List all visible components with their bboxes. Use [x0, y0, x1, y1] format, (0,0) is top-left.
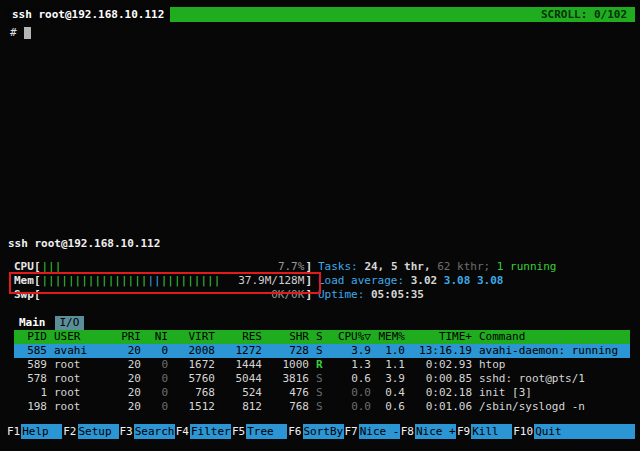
cell-shr: 3816 [269, 372, 309, 386]
fkey-key: F3 [119, 425, 134, 439]
col-user[interactable]: USER [54, 330, 114, 344]
fkey-filter[interactable]: F4Filter [175, 424, 231, 439]
load-15min: 3.08 [477, 274, 504, 287]
load-average-line: Load average: 3.02 3.08 3.08 [318, 274, 503, 288]
fkey-kill[interactable]: F9Kill [456, 424, 512, 439]
cell-virt: 5760 [175, 372, 215, 386]
prompt-line: # [6, 22, 635, 40]
fkey-nice-plus[interactable]: F8Nice + [400, 424, 456, 439]
table-row[interactable]: 198 root 20 0 1512 812 768 S 0.0 0.6 0:0… [14, 400, 630, 414]
cell-pid: 198 [14, 400, 47, 414]
cell-shr: 1000 [269, 358, 309, 372]
cell-command: init [3] [479, 386, 630, 400]
cpu-meter-value: 7.7% [278, 260, 305, 274]
col-pri[interactable]: PRI [121, 330, 141, 344]
fkey-key: F10 [512, 425, 534, 439]
cpu-meter: CPU[|||7.7%] [14, 260, 312, 274]
cell-time: 0:02.18 [412, 386, 472, 400]
fkey-label: Nice + [415, 424, 456, 439]
cell-command: /sbin/syslogd -n [479, 400, 630, 414]
top-terminal-pane[interactable]: # [6, 22, 635, 232]
fkey-key: F2 [62, 425, 77, 439]
htop-panel: CPU[|||7.7%] Tasks: 24, 5 thr, 62 kthr; … [14, 260, 630, 414]
bottom-pane-title: ssh root@192.168.10.112 [8, 237, 160, 251]
cell-shr: 476 [269, 386, 309, 400]
table-row[interactable]: 589 root 20 0 1672 1444 1000 R 1.3 1.1 0… [14, 358, 630, 372]
table-row[interactable]: 1 root 20 0 768 524 476 S 0.0 0.4 0:02.1… [14, 386, 630, 400]
fkey-tree[interactable]: F5Tree [231, 424, 287, 439]
fkey-sortby[interactable]: F6SortBy [287, 424, 343, 439]
tab-io[interactable]: I/O [55, 316, 85, 330]
tasks-line: Tasks: 24, 5 thr, 62 kthr; 1 running [318, 260, 556, 274]
fkey-quit[interactable]: F10Quit [512, 424, 635, 439]
cell-res: 5044 [222, 372, 262, 386]
tasks-label: Tasks: [318, 260, 358, 273]
table-row[interactable]: 578 root 20 0 5760 5044 3816 S 0.6 3.9 0… [14, 372, 630, 386]
fkey-nice-minus[interactable]: F7Nice - [344, 424, 400, 439]
fkey-key: F5 [231, 425, 246, 439]
cell-user: root [54, 372, 114, 386]
table-row-selected[interactable]: 585 avahi 20 0 2008 1272 728 S 3.9 1.0 1… [14, 344, 630, 358]
col-cpu-sort[interactable]: CPU%▽ [331, 330, 371, 344]
top-pane-title: ssh root@192.168.10.112 [6, 7, 170, 22]
cell-mem: 1.1 [378, 358, 405, 372]
mem-meter-value: 37.9M/128M [238, 274, 304, 288]
fkey-label: SortBy [303, 424, 344, 439]
cell-cpu: 0.0 [331, 386, 371, 400]
swap-meter-value: 0K/0K [271, 288, 304, 302]
cell-shr: 728 [269, 344, 309, 358]
tasks-threads: 5 thr, [391, 260, 431, 273]
col-res[interactable]: RES [222, 330, 262, 344]
load-average-label: Load average: [318, 274, 404, 287]
cell-res: 524 [222, 386, 262, 400]
mem-meter-bars-buffers: || [147, 274, 160, 287]
cell-pri: 20 [121, 358, 141, 372]
cell-mem: 0.4 [378, 386, 405, 400]
bracket-close: ] [305, 274, 312, 288]
fkey-key: F8 [400, 425, 415, 439]
fkey-help[interactable]: F1Help [6, 424, 62, 439]
cell-user: avahi [54, 344, 114, 358]
col-virt[interactable]: VIRT [175, 330, 215, 344]
cell-command: avahi-daemon: running [479, 344, 630, 358]
col-pid[interactable]: PID [14, 330, 47, 344]
cell-cpu: 0.6 [331, 372, 371, 386]
cell-time: 13:16.19 [412, 344, 472, 358]
function-key-bar: F1Help F2Setup F3Search F4Filter F5Tree … [6, 424, 635, 439]
cell-cpu: 1.3 [331, 358, 371, 372]
cell-pri: 20 [121, 386, 141, 400]
col-time[interactable]: TIME+ [412, 330, 472, 344]
cell-ni: 0 [148, 344, 168, 358]
cell-ni: 0 [148, 400, 168, 414]
cell-virt: 768 [175, 386, 215, 400]
fkey-label: Tree [246, 424, 287, 439]
fkey-label: Search [134, 424, 175, 439]
fkey-key: F4 [175, 425, 190, 439]
cell-pid: 1 [14, 386, 47, 400]
scroll-indicator: SCROLL: 0/102 [541, 8, 635, 22]
tab-main[interactable]: Main [14, 316, 51, 330]
cell-state: S [316, 386, 324, 400]
cell-ni: 0 [148, 358, 168, 372]
col-command[interactable]: Command [479, 330, 630, 344]
fkey-key: F1 [6, 425, 21, 439]
screen-tabs: MainI/O [14, 316, 630, 330]
cell-res: 1444 [222, 358, 262, 372]
cell-user: root [54, 400, 114, 414]
col-ni[interactable]: NI [148, 330, 168, 344]
swap-meter-label: Swp [14, 288, 34, 302]
fkey-setup[interactable]: F2Setup [62, 424, 118, 439]
cell-cpu: 0.0 [331, 400, 371, 414]
col-shr[interactable]: SHR [269, 330, 309, 344]
cell-mem: 3.9 [378, 372, 405, 386]
col-state[interactable]: S [316, 330, 324, 344]
cell-state: S [316, 400, 324, 414]
fkey-search[interactable]: F3Search [119, 424, 175, 439]
cell-virt: 2008 [175, 344, 215, 358]
table-header: PID USER PRI NI VIRT RES SHR S CPU%▽ MEM… [14, 330, 630, 344]
mem-meter-bars-used: |||||||||||||||| [42, 274, 148, 287]
cell-res: 812 [222, 400, 262, 414]
col-mem[interactable]: MEM% [378, 330, 405, 344]
bracket-open: [ [34, 274, 41, 288]
cell-ni: 0 [148, 372, 168, 386]
